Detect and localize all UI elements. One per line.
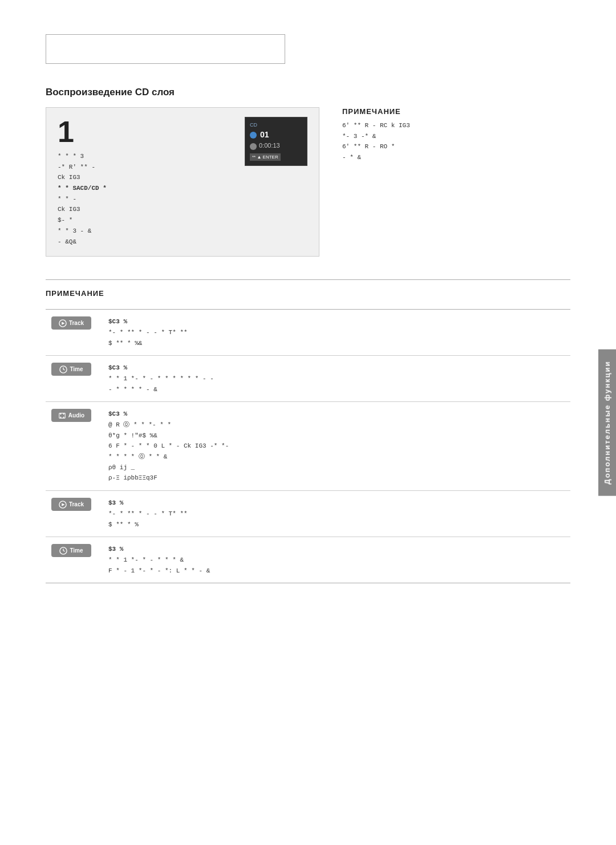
row3-line5: ρθ ij _ — [108, 462, 565, 473]
svg-line-14 — [63, 551, 65, 551]
svg-rect-5 — [59, 413, 66, 418]
cd-track-num: 01 — [260, 130, 269, 139]
row4-line2: $ ** * % — [108, 519, 565, 530]
note-below-title: ПРИМЕЧАНИЕ — [46, 289, 570, 298]
sacd-cd-label: * * SACD/CD * — [58, 185, 107, 192]
table-row: Track $3 % *- * ** * - - * T* ** $ ** * … — [46, 491, 570, 537]
svg-marker-11 — [62, 503, 64, 506]
section-divider-top — [46, 279, 570, 280]
main-content-area: 1 * * * 3 -* R' ** - Ck IG3 * * SACD/CD … — [46, 107, 570, 257]
step-line7: $- * — [58, 215, 307, 226]
step-line8: * * 3 - & — [58, 226, 307, 237]
clock-icon-2 — [59, 547, 67, 555]
step-line3: Ck IG3 — [58, 172, 307, 183]
note-below-section: ПРИМЕЧАНИЕ — [46, 289, 570, 298]
cd-enter-btn[interactable]: ** ▲ ENTER — [250, 153, 281, 161]
note-right-title: ПРИМЕЧАНИЕ — [342, 107, 525, 116]
svg-marker-1 — [62, 322, 64, 324]
row2-prefix: $C3 % — [108, 363, 565, 373]
time-label-2: Time — [70, 546, 83, 555]
track-icon-btn-2: Track — [51, 498, 91, 511]
svg-line-4 — [63, 369, 65, 370]
circle-play-icon-2 — [59, 501, 67, 509]
audio-label: Audio — [68, 411, 84, 420]
section-title: Воспроизведение CD слоя — [46, 87, 570, 98]
track-icon-btn-1: Track — [51, 316, 91, 330]
step-line5: * * - — [58, 194, 307, 205]
top-banner — [46, 34, 285, 64]
row3-line1: @ R ⓪ * * *- * * — [108, 420, 565, 430]
step-line4: * * SACD/CD * — [58, 183, 307, 194]
row3-line2: θ*g * !"#$ %& — [108, 430, 565, 441]
row5-prefix: $3 % — [108, 544, 565, 555]
table-content-cell-3: $C3 % @ R ⓪ * * *- * * θ*g * !"#$ %& 6 F… — [103, 402, 570, 491]
table-content-cell-1: $C3 % *- * ** * - - * T* ** $ ** * %& — [103, 310, 570, 356]
cd-buttons-area: ** ▲ ENTER — [250, 153, 302, 161]
table-content-cell-5: $3 % * * 1 *- * - * * * & F * - 1 *- * -… — [103, 537, 570, 583]
table-icon-cell-3: Audio — [46, 402, 103, 491]
time-icon-btn-1: Time — [51, 363, 91, 376]
row5-line1: * * 1 *- * - * * * & — [108, 555, 565, 566]
track-label-1: Track — [69, 318, 84, 328]
audio-icon-btn: Audio — [51, 409, 91, 422]
table-icon-cell-1: Track — [46, 310, 103, 356]
time-icon-btn-2: Time — [51, 544, 91, 557]
svg-rect-6 — [60, 413, 61, 415]
row1-prefix: $C3 % — [108, 316, 565, 327]
note-right-content: 6' ** R - RC k IG3 *- 3 -* & 6' ** R - R… — [342, 120, 525, 163]
note-right-line2: *- 3 -* & — [342, 131, 525, 142]
info-table: Track $C3 % *- * ** * - - * T* ** $ ** *… — [46, 309, 570, 583]
row5-line2: F * - 1 *- * - *: L * * - & — [108, 566, 565, 576]
row1-line2: $ ** * %& — [108, 338, 565, 349]
time-label-1: Time — [70, 364, 83, 374]
note-right-line1: 6' ** R - RC k IG3 — [342, 120, 525, 131]
side-label: Дополнительные функции — [598, 349, 616, 495]
table-icon-cell-4: Track — [46, 491, 103, 537]
table-icon-cell-2: Time — [46, 356, 103, 402]
row3-line6: ρ-Ξ iρbbΞΞq3F — [108, 473, 565, 484]
table-content-cell-2: $C3 % * * 1 *- * - * * * * * * - - - * *… — [103, 356, 570, 402]
table-content-cell-4: $3 % *- * ** * - - * T* ** $ ** * % — [103, 491, 570, 537]
row2-line2: - * * * * - & — [108, 384, 565, 395]
table-row: Time $3 % * * 1 *- * - * * * & F * - 1 *… — [46, 537, 570, 583]
svg-rect-7 — [63, 413, 64, 415]
svg-rect-9 — [63, 417, 64, 419]
svg-rect-8 — [60, 417, 61, 419]
row4-prefix: $3 % — [108, 498, 565, 509]
film-icon — [58, 412, 66, 420]
clock-icon-1 — [59, 365, 67, 373]
track-label-2: Track — [69, 499, 84, 509]
circle-play-icon-1 — [59, 319, 67, 327]
table-row: Audio $C3 % @ R ⓪ * * *- * * θ*g * !"#$ … — [46, 402, 570, 491]
row1-line1: *- * ** * - - * T* ** — [108, 327, 565, 338]
step-line9: - &Q& — [58, 237, 307, 247]
step-line6: Ck IG3 — [58, 204, 307, 215]
note-right-line3: 6' ** R - RO * — [342, 141, 525, 152]
note-right-line4: - * & — [342, 152, 525, 163]
table-row: Time $C3 % * * 1 *- * - * * * * * * - - … — [46, 356, 570, 402]
table-row: Track $C3 % *- * ** * - - * T* ** $ ** *… — [46, 310, 570, 356]
step-box: 1 * * * 3 -* R' ** - Ck IG3 * * SACD/CD … — [46, 107, 319, 257]
cd-display-label: CD — [250, 122, 302, 128]
cd-display-mockup: CD 01 0:00:13 ** ▲ ENTER — [245, 117, 307, 166]
row3-prefix: $C3 % — [108, 409, 565, 420]
row3-line3: 6 F * - * * 0 L * - Ck IG3 -* *- — [108, 441, 565, 452]
row2-line1: * * 1 *- * - * * * * * * - - — [108, 373, 565, 384]
cd-time: 0:00:13 — [259, 142, 280, 149]
note-right-section: ПРИМЕЧАНИЕ 6' ** R - RC k IG3 *- 3 -* & … — [342, 107, 525, 257]
row3-line4: * * * * ⓪ * * & — [108, 452, 565, 462]
row4-line1: *- * ** * - - * T* ** — [108, 509, 565, 519]
table-icon-cell-5: Time — [46, 537, 103, 583]
